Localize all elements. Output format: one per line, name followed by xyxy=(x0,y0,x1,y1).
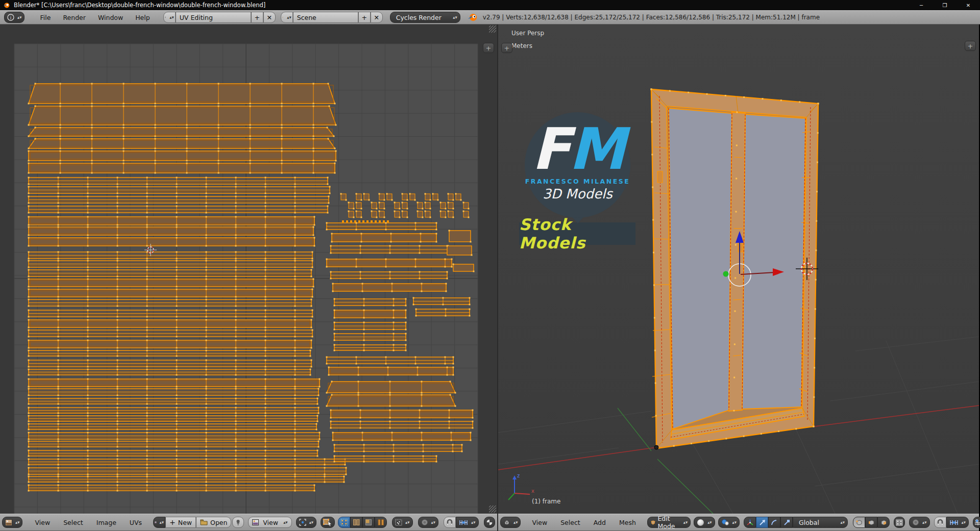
layout-name-field[interactable]: UV Editing xyxy=(176,12,251,23)
image-new-button[interactable]: + New xyxy=(165,517,196,528)
editor-type-button[interactable]: ▲▼ xyxy=(500,517,521,528)
manipulator-translate-button[interactable] xyxy=(756,517,768,528)
snap-target-selector[interactable]: ▲▼ xyxy=(946,517,969,528)
scene-statistics: v2.79 | Verts:12,638/12,638 | Edges:25,1… xyxy=(483,14,820,21)
layout-delete-button[interactable]: ✕ xyxy=(263,12,276,23)
chevron-updown-icon: ▲▼ xyxy=(683,521,688,524)
proportional-edit-icon xyxy=(912,519,919,526)
uv-image-editor-area: + ▲▼ View Select Image UVs xyxy=(0,24,498,531)
uv-select-island-button[interactable] xyxy=(375,517,387,528)
uv-select-vertex-button[interactable] xyxy=(338,517,350,528)
edge-select-button[interactable] xyxy=(865,517,877,528)
v3d-menu-select[interactable]: Select xyxy=(554,519,586,526)
v3d-menu-mesh[interactable]: Mesh xyxy=(613,519,642,526)
uv-mode-selector[interactable]: View ▲▼ xyxy=(248,517,292,528)
layout-browse-button[interactable]: ▲▼ xyxy=(163,12,176,23)
svg-text:x: x xyxy=(531,488,534,494)
scene-add-button[interactable]: + xyxy=(358,12,371,23)
mode-value: Edit Mode xyxy=(657,515,680,530)
uv-face-mode-icon xyxy=(365,519,373,526)
viewport-3d-canvas[interactable]: zx User Persp Meters (1) frame + + Stock… xyxy=(498,24,979,514)
uv-canvas[interactable]: + xyxy=(0,24,497,514)
uv-select-face-button[interactable] xyxy=(362,517,375,528)
chevron-updown-icon: ▲▼ xyxy=(513,521,518,524)
image-pin-button[interactable] xyxy=(232,517,244,528)
uv-sticky-selection-selector[interactable]: ▲▼ xyxy=(392,517,412,528)
uv-menu-view[interactable]: View xyxy=(29,519,56,526)
occlude-geometry-button[interactable] xyxy=(894,517,905,528)
v3d-menu-view[interactable]: View xyxy=(526,519,553,526)
window-title: Blender* [C:\Users\franc\Desktop\double-… xyxy=(14,2,265,9)
image-browse-button[interactable]: ▲▼ xyxy=(153,517,165,528)
mesh-select-mode-buttons xyxy=(853,517,890,528)
translate-icon xyxy=(758,519,766,526)
sync-select-cursor-icon xyxy=(323,518,332,526)
chevron-updown-icon: ▲▼ xyxy=(287,16,291,19)
chevron-updown-icon: ▲▼ xyxy=(309,521,313,524)
uv-menu-image[interactable]: Image xyxy=(90,519,122,526)
snap-controls: ▲▼ xyxy=(934,517,969,528)
maximize-button[interactable]: ❐ xyxy=(933,0,957,10)
layout-add-button[interactable]: + xyxy=(251,12,263,23)
chevron-updown-icon: ▲▼ xyxy=(431,521,435,524)
fm-watermark-logo: Stock Models F M FRANCESCO MILANESE 3D M… xyxy=(512,106,643,252)
menu-help[interactable]: Help xyxy=(129,14,156,21)
uv-proportional-edit-selector[interactable]: ▲▼ xyxy=(418,517,438,528)
pivot-median-icon xyxy=(721,519,729,526)
viewport-object-info: (1) frame xyxy=(532,498,560,505)
uv-snap-target-selector[interactable]: ▲▼ xyxy=(456,517,478,528)
manipulator-scale-button[interactable] xyxy=(780,517,793,528)
uv-sync-selection-toggle[interactable] xyxy=(321,517,335,528)
scene-delete-button[interactable]: ✕ xyxy=(371,12,383,23)
menu-render[interactable]: Render xyxy=(57,14,92,21)
v3d-menu-add[interactable]: Add xyxy=(587,519,612,526)
scene-selector: ▲▼ Scene + ✕ xyxy=(281,12,383,23)
chevron-updown-icon: ▲▼ xyxy=(283,521,287,524)
editor-type-button[interactable]: ▲▼ xyxy=(2,517,22,528)
image-datablock: ▲▼ + New Open xyxy=(153,517,231,528)
screen-layout-icon xyxy=(165,14,166,20)
image-open-button[interactable]: Open xyxy=(196,517,231,528)
menu-window[interactable]: Window xyxy=(92,14,129,21)
uv-snap-toggle[interactable] xyxy=(444,517,456,528)
manipulator-toggle-button[interactable] xyxy=(744,517,756,528)
scene-name-field[interactable]: Scene xyxy=(293,12,358,23)
chevron-updown-icon: ▲▼ xyxy=(160,521,164,524)
viewport-scene: zx xyxy=(498,24,979,514)
uv-menu-uvs[interactable]: UVs xyxy=(124,519,148,526)
viewport-unit-label: Meters xyxy=(511,42,532,49)
manipulator-rotate-button[interactable] xyxy=(768,517,780,528)
opengl-render-button[interactable] xyxy=(973,517,980,528)
snap-toggle[interactable] xyxy=(934,517,946,528)
uv-properties-expand-button[interactable]: + xyxy=(483,43,494,53)
area-corner-widget[interactable] xyxy=(489,26,496,33)
uv-pivot-selector[interactable]: ▲▼ xyxy=(296,517,316,528)
vertex-select-button[interactable] xyxy=(853,517,865,528)
edge-select-icon xyxy=(867,519,875,526)
close-button[interactable]: ✕ xyxy=(957,0,980,10)
info-header: i ▲▼ File Render Window Help ▲▼ UV Editi… xyxy=(0,10,980,24)
info-editor-button[interactable]: i ▲▼ xyxy=(4,12,24,23)
scene-browse-button[interactable]: ▲▼ xyxy=(281,12,293,23)
tool-shelf-expand-button[interactable]: + xyxy=(501,43,512,53)
face-select-button[interactable] xyxy=(877,517,890,528)
proportional-edit-selector[interactable]: ▲▼ xyxy=(909,517,929,528)
layout-name: UV Editing xyxy=(180,14,213,21)
info-icon: i xyxy=(7,14,14,21)
transform-orientation-selector[interactable]: Global ▲▼ xyxy=(793,517,848,528)
chevron-updown-icon: ▲▼ xyxy=(15,521,19,524)
uv-select-edge-button[interactable] xyxy=(350,517,362,528)
mode-selector[interactable]: Edit Mode ▲▼ xyxy=(647,517,691,528)
image-editor-icon xyxy=(5,519,12,526)
uv-menu-select[interactable]: Select xyxy=(57,519,89,526)
chevron-updown-icon: ▲▼ xyxy=(405,521,409,524)
properties-region-expand-button[interactable]: + xyxy=(965,41,976,51)
pivot-point-selector[interactable]: ▲▼ xyxy=(718,517,740,528)
uv-edge-mode-icon xyxy=(353,519,360,526)
render-engine-selector[interactable]: Cycles Render ▲▼ xyxy=(390,12,460,23)
area-corner-widget[interactable] xyxy=(489,505,496,513)
menu-file[interactable]: File xyxy=(34,14,57,21)
minimize-button[interactable]: ─ xyxy=(910,0,933,10)
uv-render-slot-button[interactable] xyxy=(484,517,496,528)
viewport-shading-selector[interactable]: ▲▼ xyxy=(694,517,715,528)
